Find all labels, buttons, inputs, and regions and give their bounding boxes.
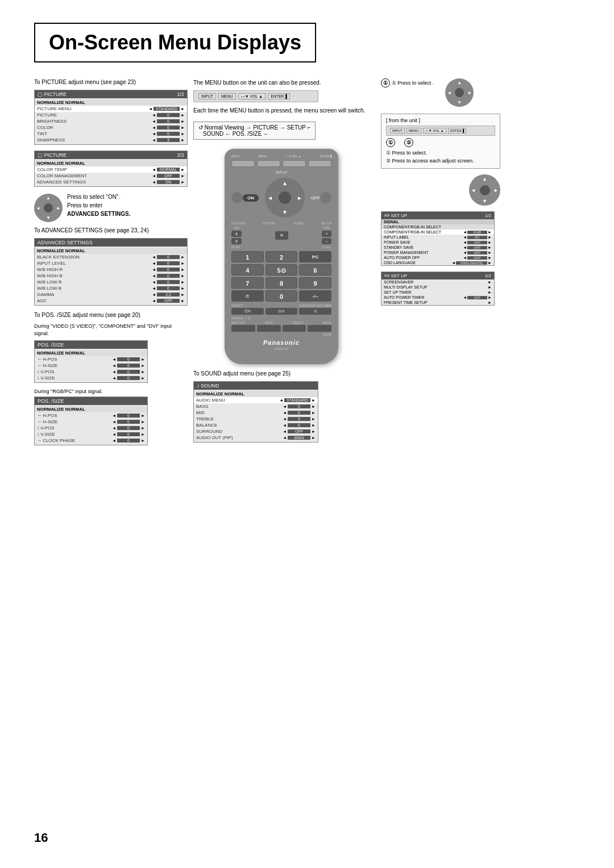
enter-btn[interactable] — [308, 160, 331, 167]
picture-menu-row-4: TINT ◄ 0 ► — [35, 131, 187, 137]
num-4[interactable]: 4 — [231, 264, 264, 276]
picture-menu-2-header: ▢ PICTURE 2/2 — [35, 151, 187, 159]
num-1[interactable]: 1 — [231, 251, 264, 262]
ch-aspect[interactable]: CH — [231, 308, 264, 315]
brand-logo: Panasonic — [231, 339, 331, 346]
picture-menu-caption: To PICTURE adjust menu (see page 23) — [34, 78, 188, 86]
aspect-btns: CH ⊙⊙ ⊙ — [231, 308, 331, 315]
dpad: ▲ ▼ ◄ ► — [265, 178, 305, 218]
picture-menu-row-3: COLOR ◄ 0 ► — [35, 124, 187, 131]
picture-menu-1-header: ▢ PICTURE 1/2 — [35, 90, 187, 98]
ch-down[interactable]: ∨ — [231, 238, 242, 244]
setup-menu-2: ≡≡ SET UP 2/2 SCREENSAVER ► MULTI DISPLA… — [381, 272, 495, 306]
normal-id-label: NORMAL ↑↑ ID — [231, 316, 331, 320]
vol-btn[interactable] — [283, 160, 306, 167]
select-btn[interactable] — [283, 325, 306, 332]
dash-btn[interactable]: -/-- — [299, 290, 331, 302]
signal-header: SIGNAL — [381, 219, 494, 224]
input-btn[interactable] — [231, 160, 255, 167]
move-btn[interactable] — [308, 325, 331, 332]
input-label: INPUT — [231, 170, 331, 174]
pos-size-label-row: POS./SIZE PICTURE SOUND SET UP — [231, 222, 331, 225]
ch-up[interactable]: ∧ — [231, 231, 242, 237]
multi-pip-labels: MULTI PIP SWAP SELECT MOVE — [231, 321, 331, 324]
each-time-caption: Each time the MENU button is pressed, th… — [193, 107, 370, 115]
pc-btn[interactable]: PC — [299, 251, 331, 262]
pos1-row-1: ↔ H-SIZE ◄0► — [35, 362, 147, 369]
num-2[interactable]: 2 — [265, 251, 298, 262]
press-select-area: ▲ ▼ ◄ ► Press to select "ON". Press to e… — [34, 193, 188, 222]
setup1-row-6: OSD LANGUAGE ◄ ENGLISH(US) ► — [381, 260, 494, 265]
pos2-row-2: ↕ V-POS ◄0► — [35, 425, 147, 431]
right-dpad-nav: ▲ ▼ ◄ ► — [381, 174, 500, 206]
num-9[interactable]: 9 — [299, 277, 331, 289]
num-5[interactable]: 5⊙ — [265, 264, 298, 276]
page-title: On-Screen Menu Displays — [49, 31, 301, 54]
remote-label-row-top: INPUT MENU —▼ VOL ▲ ENTER▐ — [231, 155, 331, 158]
pos-size-section: To POS. /SIZE adjust menu (see page 20) … — [34, 311, 188, 445]
multi-pip-btn[interactable] — [231, 325, 255, 332]
c-btn[interactable]: C — [231, 290, 264, 302]
main-content: To PICTURE adjust menu (see page 23) ▢ P… — [34, 78, 580, 451]
setup1-row-1: INPUT LABEL ◄ PC ► — [381, 235, 494, 240]
swap-btn[interactable] — [257, 325, 281, 332]
unit-panel-right: INPUT MENU —▼ VOL ▲ ENTER▐ — [386, 126, 495, 136]
picture-menu-row-0: PICTURE MENU ◄ STANDARD ► — [35, 106, 187, 112]
pos2-row-0: ↔ H-POS ◄0► — [35, 412, 147, 419]
setup1-row-5: AUTO POWER OFF ◄ OFF ► — [381, 255, 494, 260]
picture-menu-2: ▢ PICTURE 2/2 NORMALIZE NORMAL COLOR TEM… — [34, 151, 188, 187]
setup1-row-2: POWER SAVE ◄ OFF ► — [381, 240, 494, 245]
right-dpad-circle: ▲ ▼ ◄ ► — [469, 174, 500, 206]
picture-1-icon: ▢ PICTURE — [38, 91, 67, 97]
dpad-press-select: ▲ ▼ ◄ ► — [34, 194, 63, 222]
num-6[interactable]: 6 — [299, 264, 331, 276]
ch-vol-row: CH ∧ ∨ ✕ VOL + – — [231, 226, 331, 244]
dpad-up[interactable]: ▲ — [282, 180, 288, 186]
vol-minus[interactable]: – — [322, 238, 331, 244]
adv-row-4: W/B LOW R ◄0► — [35, 279, 187, 285]
adv-row-5: W/B LOW B ◄0► — [35, 285, 187, 291]
adv-row-3: W/B HIGH B ◄0► — [35, 273, 187, 279]
menu-btn[interactable] — [257, 160, 280, 167]
multi-pip-btns — [231, 325, 331, 332]
on-off-row: ON ▲ ▼ ◄ ► OFF — [231, 176, 331, 220]
dpad-center-btn[interactable] — [279, 191, 291, 204]
circle-1: ① — [381, 78, 390, 87]
press-instructions: Press to select "ON". Press to enter ADV… — [67, 193, 131, 218]
setup2-row-2: SET UP TIMER ► — [381, 290, 494, 295]
setup-menu-1: ≡≡ SET UP 1/2 SIGNAL COMPONENT/RGB-IN SE… — [381, 211, 495, 266]
num-8[interactable]: 8 — [265, 277, 298, 289]
remote-top-buttons — [231, 160, 331, 167]
picture2-row-2: ADVANCED SETTINGS ◄ ON ► — [35, 179, 187, 185]
r-button[interactable] — [320, 192, 331, 203]
ch-buttons: CH ∧ ∨ — [231, 226, 242, 244]
adv-row-6: GAMMA ◄2.2► — [35, 291, 187, 298]
adv-row-0: BLACK EXTENSION ◄0► — [35, 254, 187, 260]
pos2-row-3: ↕ V-SIZE ◄0► — [35, 431, 147, 437]
pos1-row-2: ↕ V-POS ◄0► — [35, 369, 147, 375]
left-column: To PICTURE adjust menu (see page 23) ▢ P… — [34, 78, 188, 451]
n-button[interactable] — [231, 192, 243, 203]
dpad-down[interactable]: ▼ — [282, 209, 288, 215]
advanced-settings-menu: ADVANCED SETTINGS NORMALIZE NORMAL BLACK… — [34, 238, 188, 306]
on-button[interactable]: ON — [243, 194, 259, 202]
right-column: ① ① Press to select . ▲ ▼ ◄ ► [ from the… — [375, 78, 580, 451]
right-press-select: ① ① Press to select . ▲ ▼ ◄ ► — [381, 78, 580, 107]
dpad-left[interactable]: ◄ — [267, 195, 273, 201]
dpad-right[interactable]: ► — [297, 195, 302, 201]
numpad: 1 2 PC 4 5⊙ 6 7 8 9 C 0 -/-- — [231, 251, 331, 302]
vol-plus[interactable]: + — [322, 231, 331, 237]
pos-size-menu-1: POS. /SIZE NORMALIZE NORMAL ↔ H-POS ◄0► … — [34, 340, 148, 383]
ok-btn[interactable]: ✕ — [275, 231, 288, 240]
id-labels-row: ID SET ID ALL — [231, 245, 331, 249]
sound-row-0: AUDIO MENU ◄STANDARD► — [194, 397, 318, 403]
remote-container: INPUT MENU —▼ VOL ▲ ENTER▐ INPUT — [193, 149, 370, 364]
picture-menu-row-1: PICTURE ◄ 0 ► — [35, 112, 187, 118]
setup1-row-4: POWER MANAGEMENT ◄ OFF ► — [381, 250, 494, 255]
num-7[interactable]: 7 — [231, 277, 264, 289]
picture-menu-row-2: BRIGHTNESS ◄ 0 ► — [35, 118, 187, 124]
off-timer-btn[interactable]: ⊙ — [299, 308, 331, 315]
num-0[interactable]: 0 — [265, 290, 298, 302]
setup1-row-0: COMPONENT/RGB-IN SELECT ◄ RGB ► — [381, 229, 494, 235]
surround-btn[interactable]: ⊙⊙ — [265, 308, 298, 315]
